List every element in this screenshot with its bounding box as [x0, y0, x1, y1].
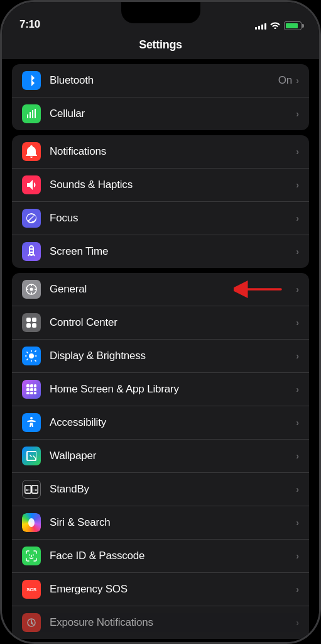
- notch: [121, 2, 200, 23]
- svg-rect-20: [34, 392, 36, 394]
- settings-row-accessibility[interactable]: Accessibility ›: [12, 406, 309, 440]
- homescreen-chevron: ›: [296, 384, 299, 394]
- status-time: 7:10: [19, 18, 40, 31]
- svg-point-11: [29, 353, 34, 358]
- svg-text:●○: ●○: [26, 488, 31, 492]
- settings-row-general[interactable]: General ›: [12, 273, 309, 306]
- settings-group-connectivity: Bluetooth On › Cellular ›: [12, 64, 309, 130]
- display-label: Display & Brightness: [50, 350, 296, 362]
- wifi-icon: [270, 21, 280, 31]
- general-chevron: ›: [296, 284, 299, 294]
- status-bar: 7:10: [2, 2, 319, 36]
- notifications-chevron: ›: [296, 147, 299, 157]
- sounds-icon: [22, 175, 41, 194]
- notifications-label: Notifications: [50, 145, 296, 158]
- svg-rect-8: [32, 318, 36, 322]
- focus-label: Focus: [50, 212, 296, 225]
- settings-group-system: General ›: [12, 273, 309, 639]
- exposure-label: Exposure Notifications: [50, 616, 296, 629]
- settings-row-notifications[interactable]: Notifications ›: [12, 135, 309, 169]
- siri-chevron: ›: [296, 518, 299, 528]
- signal-bar-3: [261, 25, 263, 30]
- settings-row-cellular[interactable]: Cellular ›: [12, 97, 309, 130]
- svg-rect-17: [34, 388, 36, 391]
- settings-row-wallpaper[interactable]: Wallpaper ›: [12, 440, 309, 473]
- screen: 7:10 Settings: [2, 2, 319, 642]
- svg-rect-9: [26, 323, 31, 328]
- siri-icon: [22, 513, 41, 532]
- settings-row-standby[interactable]: ●○ ○● StandBy ›: [12, 473, 309, 506]
- svg-rect-16: [30, 388, 33, 391]
- controlcenter-label: Control Center: [50, 316, 296, 329]
- display-chevron: ›: [296, 351, 299, 361]
- battery-fill: [286, 23, 298, 28]
- display-icon: [22, 347, 41, 365]
- sounds-label: Sounds & Haptics: [50, 179, 296, 191]
- settings-row-exposure[interactable]: Exposure Notifications ›: [12, 606, 309, 639]
- svg-rect-18: [26, 392, 30, 394]
- page-title: Settings: [139, 38, 182, 51]
- settings-row-display[interactable]: Display & Brightness ›: [12, 340, 309, 373]
- controlcenter-icon: [22, 313, 41, 332]
- wallpaper-icon: [22, 447, 41, 465]
- svg-point-1: [30, 288, 33, 291]
- controlcenter-chevron: ›: [296, 318, 299, 328]
- accessibility-chevron: ›: [296, 418, 299, 428]
- emergencysos-label: Emergency SOS: [50, 583, 296, 596]
- bluetooth-value: On: [278, 74, 293, 87]
- homescreen-label: Home Screen & App Library: [50, 383, 296, 396]
- faceid-label: Face ID & Passcode: [50, 550, 296, 562]
- exposure-chevron: ›: [296, 618, 299, 628]
- focus-chevron: ›: [296, 213, 299, 223]
- settings-row-siri[interactable]: Siri & Search ›: [12, 506, 309, 540]
- sounds-chevron: ›: [296, 180, 299, 190]
- cellular-chevron: ›: [296, 109, 299, 119]
- settings-group-notifications: Notifications › Sounds & Haptics ›: [12, 135, 309, 268]
- exposure-icon: [22, 613, 41, 632]
- settings-row-homescreen[interactable]: Home Screen & App Library ›: [12, 373, 309, 406]
- bluetooth-label: Bluetooth: [50, 74, 278, 87]
- standby-icon: ●○ ○●: [22, 480, 41, 499]
- wallpaper-chevron: ›: [296, 451, 299, 461]
- screentime-chevron: ›: [296, 247, 299, 257]
- bluetooth-icon: [22, 71, 41, 90]
- settings-row-faceid[interactable]: Face ID & Passcode ›: [12, 540, 309, 573]
- svg-rect-14: [34, 384, 36, 387]
- settings-row-focus[interactable]: Focus ›: [12, 202, 309, 235]
- header: Settings: [2, 36, 319, 59]
- content: Bluetooth On › Cellular ›: [2, 59, 319, 642]
- siri-label: Siri & Search: [50, 516, 296, 529]
- annotation-arrow: [234, 278, 284, 301]
- accessibility-label: Accessibility: [50, 416, 296, 429]
- svg-rect-10: [32, 323, 36, 328]
- screentime-icon: [22, 242, 41, 261]
- standby-label: StandBy: [50, 483, 296, 496]
- svg-point-21: [30, 417, 33, 419]
- svg-rect-15: [26, 388, 30, 391]
- homescreen-icon: [22, 380, 41, 399]
- svg-rect-7: [26, 318, 31, 322]
- settings-row-sounds[interactable]: Sounds & Haptics ›: [12, 169, 309, 202]
- signal-bars: [255, 22, 266, 30]
- standby-chevron: ›: [296, 484, 299, 494]
- status-icons: [255, 21, 302, 31]
- notifications-icon: [22, 142, 41, 161]
- settings-row-screentime[interactable]: Screen Time ›: [12, 235, 309, 268]
- screentime-label: Screen Time: [50, 245, 296, 258]
- focus-icon: [22, 209, 41, 228]
- svg-rect-19: [30, 392, 33, 394]
- settings-row-bluetooth[interactable]: Bluetooth On ›: [12, 64, 309, 97]
- settings-row-emergencysos[interactable]: SOS Emergency SOS ›: [12, 573, 309, 606]
- wallpaper-label: Wallpaper: [50, 450, 296, 462]
- phone-frame: 7:10 Settings: [0, 0, 321, 644]
- signal-bar-2: [258, 26, 260, 30]
- general-icon: [22, 280, 41, 299]
- settings-row-controlcenter[interactable]: Control Center ›: [12, 306, 309, 340]
- signal-bar-4: [264, 23, 266, 30]
- svg-text:○●: ○●: [33, 488, 38, 492]
- faceid-icon: [22, 547, 41, 565]
- bluetooth-chevron: ›: [296, 75, 299, 86]
- svg-point-26: [28, 518, 35, 527]
- battery-icon: [284, 21, 302, 30]
- emergencysos-icon: SOS: [22, 580, 41, 599]
